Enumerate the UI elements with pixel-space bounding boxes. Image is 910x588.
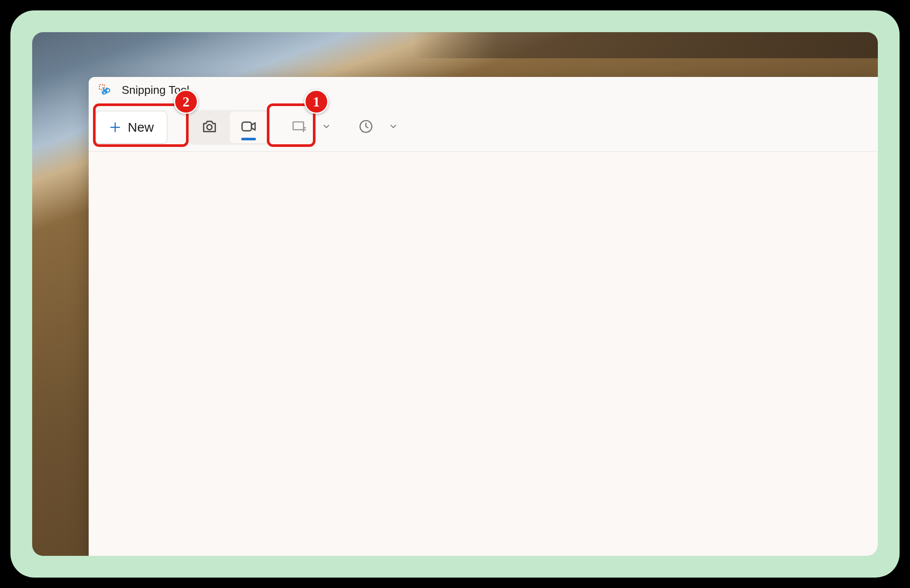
- capture-preview-area: [89, 152, 878, 556]
- svg-point-7: [207, 124, 212, 130]
- capture-mode-group: [189, 110, 269, 145]
- step-2-label: 2: [183, 94, 189, 110]
- svg-rect-8: [242, 122, 252, 131]
- chevron-down-icon: [322, 122, 331, 133]
- delay-dropdown[interactable]: [384, 112, 403, 143]
- step-2-badge: 2: [174, 90, 198, 114]
- clock-icon: [358, 119, 374, 136]
- step-1-label: 1: [313, 94, 320, 110]
- decorative-top-fringe: [0, 0, 910, 11]
- snip-shape-button[interactable]: [286, 112, 312, 143]
- instruction-card: Snipping Tool New: [10, 10, 900, 578]
- new-button[interactable]: New: [95, 111, 167, 144]
- new-button-label: New: [128, 120, 154, 135]
- step-1-badge: 1: [304, 90, 329, 114]
- window-titlebar[interactable]: Snipping Tool: [89, 77, 878, 103]
- chevron-down-icon: [389, 122, 398, 133]
- record-mode-button[interactable]: [230, 112, 267, 143]
- snipping-tool-window: Snipping Tool New: [89, 77, 878, 556]
- snapshot-mode-button[interactable]: [191, 112, 228, 143]
- camera-icon: [201, 118, 218, 137]
- video-camera-icon: [240, 118, 257, 137]
- snipping-tool-app-icon: [98, 83, 111, 96]
- rectangle-snip-icon: [291, 119, 307, 136]
- toolbar: New: [89, 103, 878, 152]
- svg-point-2: [106, 89, 110, 92]
- svg-rect-9: [293, 122, 304, 130]
- desktop-wallpaper: Snipping Tool New: [32, 32, 878, 556]
- snip-shape-dropdown[interactable]: [317, 112, 336, 143]
- plus-icon: [109, 121, 122, 134]
- delay-button[interactable]: [352, 112, 379, 143]
